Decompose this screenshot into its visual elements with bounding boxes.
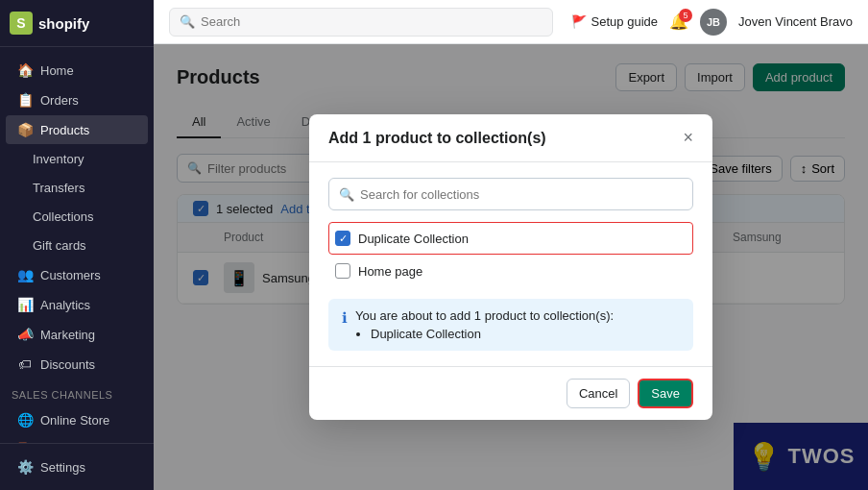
collection-search-input[interactable] xyxy=(360,187,683,202)
sidebar-item-label: Discounts xyxy=(40,357,95,372)
sidebar-item-products[interactable]: 📦 Products xyxy=(6,115,148,144)
sidebar-item-label: Customers xyxy=(40,268,101,282)
page-content: Products Export Import Add product All A… xyxy=(154,44,868,490)
modal-body: 🔍 ✓ Duplicate Collection Home page xyxy=(309,162,712,366)
collection-checkbox-homepage xyxy=(335,263,350,279)
modal-title: Add 1 product to collection(s) xyxy=(328,130,546,147)
sidebar-item-label: Products xyxy=(40,123,89,137)
collection-item-homepage[interactable]: Home page xyxy=(328,255,693,287)
sidebar-item-settings[interactable]: ⚙️ Settings xyxy=(6,453,148,481)
customers-icon: 👥 xyxy=(17,267,33,282)
search-bar[interactable]: 🔍 xyxy=(169,8,553,37)
sidebar-header: S shopify xyxy=(0,0,154,47)
collection-label-homepage: Home page xyxy=(358,264,422,279)
modal-header: Add 1 product to collection(s) × xyxy=(309,114,712,162)
notification-badge: 5 xyxy=(679,9,692,22)
sidebar: S shopify 🏠 Home 📋 Orders 📦 Products Inv… xyxy=(0,0,154,490)
info-icon: ℹ xyxy=(342,309,348,341)
sidebar-item-collections[interactable]: Collections xyxy=(6,203,148,231)
sidebar-item-customers[interactable]: 👥 Customers xyxy=(6,260,148,289)
shopify-logo-icon: S xyxy=(10,12,33,35)
topbar: 🔍 🚩 Setup guide 🔔 5 JB Joven Vincent Bra… xyxy=(154,0,868,44)
setup-guide-link[interactable]: 🚩 Setup guide xyxy=(571,14,658,29)
setup-guide-label: Setup guide xyxy=(591,14,658,29)
sidebar-item-label: Marketing xyxy=(40,328,95,342)
sales-channels-label: Sales channels xyxy=(0,380,154,404)
sidebar-item-marketing[interactable]: 📣 Marketing xyxy=(6,320,148,349)
add-to-collection-modal: Add 1 product to collection(s) × 🔍 ✓ Dup… xyxy=(309,114,712,420)
collection-item-duplicate[interactable]: ✓ Duplicate Collection xyxy=(328,222,693,255)
user-name: Joven Vincent Bravo xyxy=(738,14,853,29)
sidebar-item-home[interactable]: 🏠 Home xyxy=(6,56,148,85)
sidebar-item-inventory[interactable]: Inventory xyxy=(6,145,148,173)
sidebar-item-label: Online Store xyxy=(40,413,109,428)
info-message: You are about to add 1 product to collec… xyxy=(355,308,614,323)
main-area: 🔍 🚩 Setup guide 🔔 5 JB Joven Vincent Bra… xyxy=(154,0,868,490)
discounts-icon: 🏷 xyxy=(17,356,33,372)
sidebar-item-label: Home xyxy=(40,63,74,78)
products-icon: 📦 xyxy=(17,122,33,137)
search-input[interactable] xyxy=(201,14,542,29)
marketing-icon: 📣 xyxy=(17,327,33,342)
sidebar-item-label: Transfers xyxy=(33,181,84,195)
sidebar-item-label: Analytics xyxy=(40,298,90,312)
modal-search[interactable]: 🔍 xyxy=(328,178,693,210)
sidebar-item-point-of-sale[interactable]: 🏪 Point of Sale xyxy=(6,435,148,443)
shopify-logo[interactable]: S shopify xyxy=(10,12,89,35)
sidebar-item-label: Settings xyxy=(40,460,85,475)
online-store-icon: 🌐 xyxy=(17,412,33,428)
sidebar-item-label: Inventory xyxy=(33,152,84,166)
collection-checkbox-duplicate: ✓ xyxy=(335,231,350,246)
notifications-button[interactable]: 🔔 5 xyxy=(669,12,688,31)
cancel-button[interactable]: Cancel xyxy=(567,379,630,408)
settings-icon: ⚙️ xyxy=(17,459,33,475)
shopify-logo-text: shopify xyxy=(38,15,89,32)
info-bullet: Duplicate Collection xyxy=(371,327,614,341)
info-text: You are about to add 1 product to collec… xyxy=(355,308,614,341)
sidebar-item-label: Collections xyxy=(33,209,94,224)
search-icon: 🔍 xyxy=(180,14,195,29)
sidebar-item-analytics[interactable]: 📊 Analytics xyxy=(6,290,148,319)
sidebar-item-transfers[interactable]: Transfers xyxy=(6,174,148,202)
home-icon: 🏠 xyxy=(17,62,33,78)
collection-label-duplicate: Duplicate Collection xyxy=(358,232,469,246)
topbar-right: 🚩 Setup guide 🔔 5 JB Joven Vincent Bravo xyxy=(571,9,853,36)
sidebar-item-label: Gift cards xyxy=(33,238,86,253)
sidebar-item-online-store[interactable]: 🌐 Online Store xyxy=(6,405,148,434)
sidebar-item-discounts[interactable]: 🏷 Discounts xyxy=(6,350,148,379)
modal-close-button[interactable]: × xyxy=(683,128,693,148)
sidebar-nav: 🏠 Home 📋 Orders 📦 Products Inventory Tra… xyxy=(0,47,154,443)
search-icon: 🔍 xyxy=(339,187,354,202)
analytics-icon: 📊 xyxy=(17,297,33,312)
modal-footer: Cancel Save xyxy=(309,366,712,420)
modal-overlay: Add 1 product to collection(s) × 🔍 ✓ Dup… xyxy=(154,44,868,490)
sidebar-item-giftcards[interactable]: Gift cards xyxy=(6,232,148,259)
sidebar-footer: ⚙️ Settings xyxy=(0,443,154,490)
sidebar-item-orders[interactable]: 📋 Orders xyxy=(6,86,148,114)
avatar: JB xyxy=(700,9,727,36)
flag-icon: 🚩 xyxy=(571,14,587,29)
info-box: ℹ You are about to add 1 product to coll… xyxy=(328,299,693,351)
orders-icon: 📋 xyxy=(17,92,33,108)
sidebar-item-label: Orders xyxy=(40,93,79,108)
save-button[interactable]: Save xyxy=(638,379,693,408)
